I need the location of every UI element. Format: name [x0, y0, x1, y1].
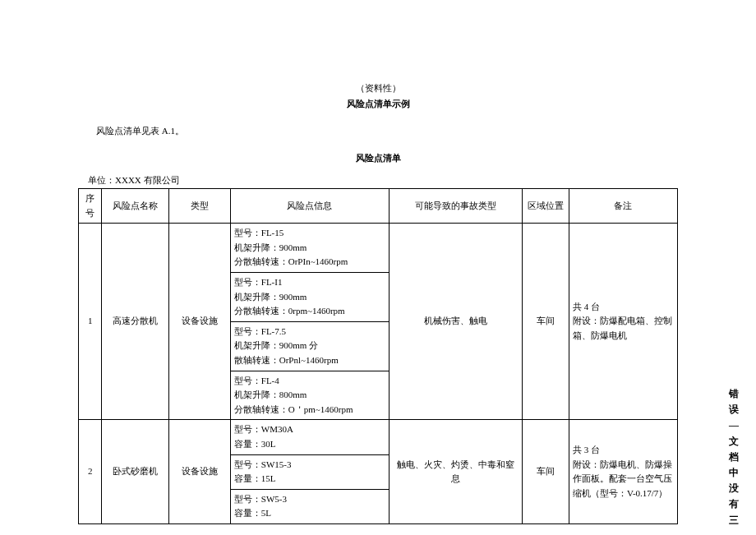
- cell-loc: 车间: [523, 420, 569, 524]
- cell-info: 型号：FL-I1机架升降：900mm分散轴转速：0rpm~1460rpm: [230, 272, 389, 321]
- cell-info: 型号：WM30A容量：30L: [230, 420, 389, 454]
- table-row: 1 高速分散机 设备设施 型号：FL-15机架升降：900mm分散轴转速：OrP…: [79, 224, 678, 273]
- cell-info: 型号：SW15-3容量：15L: [230, 454, 389, 489]
- cell-note: 共 4 台附设：防爆配电箱、控制箱、防爆电机: [569, 224, 677, 420]
- cell-acc: 触电、火灾、灼烫、中毒和窒息: [389, 420, 522, 524]
- col-info: 风险点信息: [230, 189, 389, 224]
- col-type: 类型: [168, 189, 230, 224]
- col-note: 备注: [569, 189, 677, 224]
- header-title: 风险点清单示例: [78, 98, 678, 110]
- table-title: 风险点清单: [78, 152, 678, 164]
- cell-idx: 1: [79, 224, 102, 420]
- col-name: 风险点名称: [102, 189, 168, 224]
- cell-idx: 2: [79, 420, 102, 524]
- cell-name: 卧式砂磨机: [102, 420, 168, 524]
- cell-info: 型号：FL-7.5机架升降：900mm 分散轴转速：OrPnl~1460rpm: [230, 321, 389, 371]
- cell-type: 设备设施: [168, 420, 230, 524]
- table-header-row: 序号 风险点名称 类型 风险点信息 可能导致的事故类型 区域位置 备注: [79, 189, 678, 224]
- col-loc: 区域位置: [523, 189, 569, 224]
- table-row: 2 卧式砂磨机 设备设施 型号：WM30A容量：30L 触电、火灾、灼烫、中毒和…: [79, 420, 678, 454]
- unit-line: 单位：XXXX 有限公司: [78, 174, 678, 187]
- intro-text: 风险点清单见表 A.1。: [78, 125, 678, 137]
- cell-type: 设备设施: [168, 224, 230, 420]
- col-idx: 序号: [79, 189, 102, 224]
- cell-note: 共 3 台附设：防爆电机、防爆操作面板。配套一台空气压缩机（型号：V-0.17/…: [569, 420, 677, 524]
- cell-name: 高速分散机: [102, 224, 168, 420]
- cell-loc: 车间: [523, 224, 569, 420]
- cell-info: 型号：SW5-3容量：5L: [230, 489, 389, 523]
- col-acc: 可能导致的事故类型: [389, 189, 522, 224]
- cell-info: 型号：FL-4机架升降：800mm分散轴转速：O＇pm~1460rpm: [230, 371, 389, 420]
- risk-table: 序号 风险点名称 类型 风险点信息 可能导致的事故类型 区域位置 备注 1 高速…: [78, 188, 678, 524]
- cell-acc: 机械伤害、触电: [389, 224, 522, 420]
- side-note: 错误—文档中没有三: [728, 386, 740, 528]
- cell-info: 型号：FL-15机架升降：900mm分散轴转速：OrPIn~1460rpm: [230, 224, 389, 273]
- header-reference: （资料性）: [78, 82, 678, 95]
